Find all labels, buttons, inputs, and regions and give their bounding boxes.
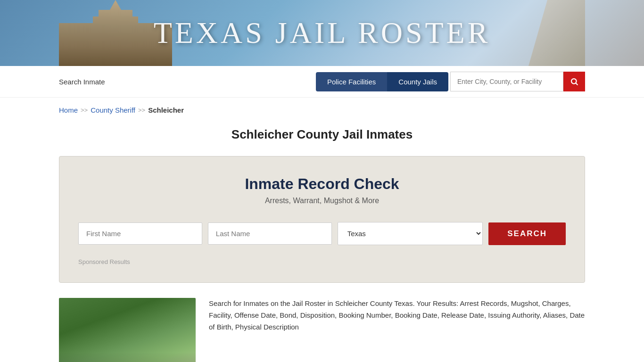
search-icon (570, 77, 578, 86)
search-inmate-label: Search Inmate (59, 78, 105, 86)
record-check-title: Inmate Record Check (78, 175, 566, 193)
search-button[interactable]: SEARCH (488, 222, 566, 245)
bottom-description: Search for Inmates on the Jail Roster in… (209, 298, 585, 333)
site-title: Texas Jail Roster (154, 16, 491, 50)
police-facilities-button[interactable]: Police Facilities (316, 72, 387, 91)
record-check-box: Inmate Record Check Arrests, Warrant, Mu… (59, 156, 585, 283)
sponsored-label: Sponsored Results (78, 258, 566, 265)
last-name-input[interactable] (208, 222, 332, 245)
county-image (59, 298, 196, 362)
page-title: Schleicher County Jail Inmates (0, 120, 644, 156)
search-form-row: AlabamaAlaskaArizonaArkansasCaliforniaCo… (78, 222, 566, 245)
breadcrumb-sep2: >> (138, 107, 145, 114)
breadcrumb-home[interactable]: Home (59, 106, 78, 114)
breadcrumb-sep1: >> (81, 107, 88, 114)
nav-search-button[interactable] (563, 72, 585, 91)
state-select[interactable]: AlabamaAlaskaArizonaArkansasCaliforniaCo… (338, 222, 483, 245)
first-name-input[interactable] (78, 222, 202, 245)
keys-image (491, 0, 585, 66)
record-check-subtitle: Arrests, Warrant, Mugshot & More (78, 197, 566, 205)
svg-line-1 (576, 83, 577, 84)
breadcrumb-current: Schleicher (148, 106, 184, 114)
header-banner: Texas Jail Roster (0, 0, 644, 66)
breadcrumb: Home >> County Sheriff >> Schleicher (0, 98, 644, 120)
nav-search-wrapper (450, 72, 585, 91)
county-jails-button[interactable]: County Jails (387, 72, 448, 91)
nav-search-input[interactable] (450, 72, 563, 91)
bottom-section: Search for Inmates on the Jail Roster in… (0, 298, 644, 362)
breadcrumb-county-sheriff[interactable]: County Sheriff (91, 106, 135, 114)
nav-buttons: Police Facilities County Jails (316, 72, 448, 91)
nav-bar: Search Inmate Police Facilities County J… (0, 66, 644, 98)
